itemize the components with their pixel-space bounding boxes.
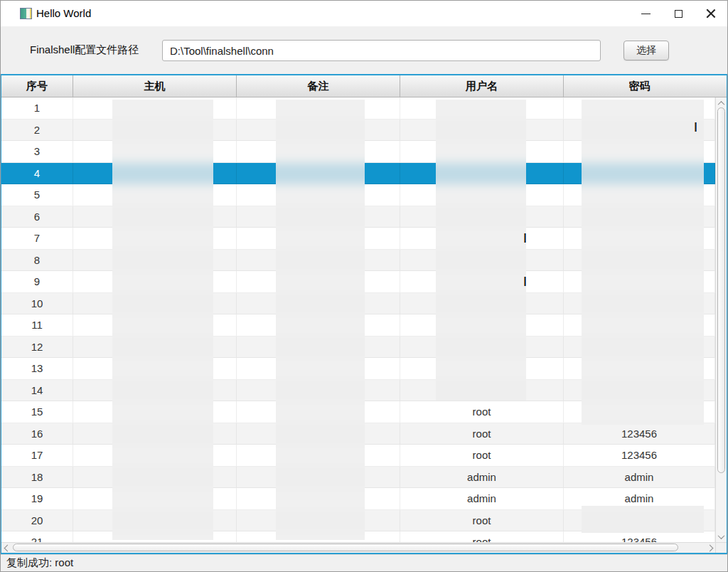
row-8-cell-num[interactable]: 8 [1, 250, 73, 272]
partial-glyph-row2-password [695, 122, 697, 132]
column-header-4[interactable]: 密码 [564, 75, 715, 97]
row-9-cell-num[interactable]: 9 [1, 271, 73, 293]
scrollbar-corner [715, 542, 727, 553]
blurred-region-password-column-top [582, 100, 704, 425]
row-14-cell-num[interactable]: 14 [1, 380, 73, 402]
horizontal-scrollbar-thumb[interactable] [13, 544, 678, 551]
row-12-cell-num[interactable]: 12 [1, 337, 73, 359]
maximize-button[interactable] [662, 1, 695, 26]
blurred-region-remark-column [276, 100, 365, 540]
vertical-scrollbar[interactable] [715, 97, 727, 542]
vertical-scrollbar-thumb[interactable] [717, 107, 725, 473]
row-15-cell-num[interactable]: 15 [1, 401, 73, 423]
title-bar: Hello World [1, 1, 727, 26]
column-header-3[interactable]: 用户名 [400, 75, 564, 97]
partial-glyph-row7-username [524, 233, 526, 243]
status-text: 复制成功: root [6, 556, 73, 570]
row-16-cell-pwd[interactable]: 123456 [564, 423, 715, 445]
table-header-row: 序号主机备注用户名密码 [1, 75, 715, 97]
column-header-2[interactable]: 备注 [237, 75, 400, 97]
row-13-cell-num[interactable]: 13 [1, 358, 73, 380]
row-20-cell-num[interactable]: 20 [1, 510, 73, 532]
row-20-cell-user[interactable]: root [400, 510, 564, 532]
row-17-cell-pwd[interactable]: 123456 [564, 445, 715, 467]
row-21-cell-pwd[interactable]: 123456 [564, 531, 715, 542]
row-6-cell-num[interactable]: 6 [1, 206, 73, 228]
row-21-cell-user[interactable]: root [400, 531, 564, 542]
app-icon [20, 8, 32, 19]
close-icon [706, 9, 716, 18]
row-17-cell-num[interactable]: 17 [1, 445, 73, 467]
window-title: Hello World [36, 7, 91, 19]
path-label: Finalshell配置文件路径 [30, 43, 139, 57]
window-controls [629, 1, 727, 26]
row-15-cell-user[interactable]: root [400, 401, 564, 423]
minimize-button[interactable] [629, 1, 662, 26]
chevron-up-icon [717, 100, 724, 107]
chevron-right-icon [706, 544, 713, 551]
scroll-down-button[interactable] [715, 531, 727, 542]
row-1-cell-num[interactable]: 1 [1, 97, 73, 120]
scroll-right-button[interactable] [704, 542, 715, 554]
scroll-left-button[interactable] [1, 542, 13, 554]
row-16-cell-num[interactable]: 16 [1, 423, 73, 445]
row-18-cell-user[interactable]: admin [400, 467, 564, 489]
select-file-button[interactable]: 选择 [623, 41, 669, 60]
chevron-down-icon [717, 532, 724, 539]
row-18-cell-num[interactable]: 18 [1, 467, 73, 489]
maximize-icon [675, 10, 682, 18]
row-4-cell-num[interactable]: 4 [1, 163, 73, 185]
row-3-cell-num[interactable]: 3 [1, 141, 73, 163]
column-header-0[interactable]: 序号 [1, 75, 73, 97]
blurred-region-host-column [112, 100, 213, 540]
row-17-cell-user[interactable]: root [400, 445, 564, 467]
row-19-cell-user[interactable]: admin [400, 488, 564, 510]
close-button[interactable] [695, 1, 727, 26]
column-header-1[interactable]: 主机 [73, 75, 237, 97]
row-5-cell-num[interactable]: 5 [1, 184, 73, 206]
chevron-left-icon [4, 544, 11, 551]
horizontal-scrollbar[interactable] [1, 542, 715, 553]
row-21-cell-num[interactable]: 21 [1, 531, 73, 542]
row-7-cell-num[interactable]: 7 [1, 228, 73, 250]
path-input[interactable] [162, 40, 601, 61]
row-10-cell-num[interactable]: 10 [1, 293, 73, 315]
blurred-region-password-column-bottom [582, 506, 704, 533]
row-2-cell-num[interactable]: 2 [1, 120, 73, 142]
status-bar: 复制成功: root [1, 554, 727, 571]
row-18-cell-pwd[interactable]: admin [564, 467, 715, 489]
minimize-icon [641, 14, 651, 14]
toolbar: Finalshell配置文件路径 选择 [1, 26, 727, 74]
blurred-region-username-column [436, 100, 526, 401]
table-header-filler [715, 75, 727, 97]
row-16-cell-user[interactable]: root [400, 423, 564, 445]
row-11-cell-num[interactable]: 11 [1, 314, 73, 337]
partial-glyph-row9-username [524, 277, 526, 286]
row-19-cell-num[interactable]: 19 [1, 488, 73, 510]
